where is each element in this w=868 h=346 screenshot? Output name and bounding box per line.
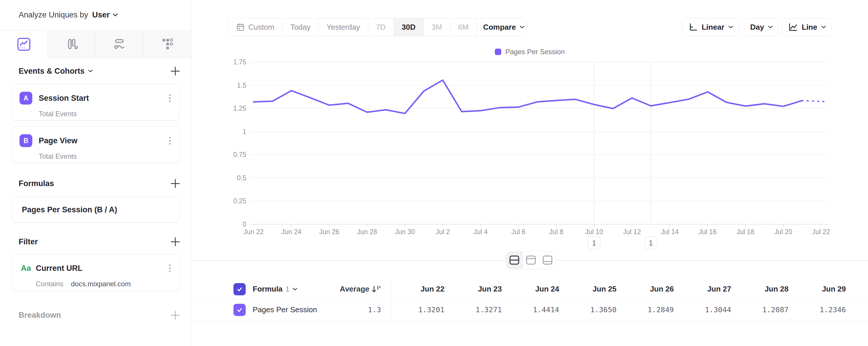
filter-section-header: Filter — [19, 236, 181, 247]
date-cell-value: 1.2087 — [735, 306, 793, 314]
filter-operator[interactable]: Contains — [36, 280, 63, 288]
formula-card[interactable]: Pages Per Session (B / A) — [12, 197, 180, 223]
breakdown-section-title: Breakdown — [19, 311, 61, 320]
date-column-header: Jun 29 — [793, 285, 850, 294]
x-axis-label: Jul 4 — [473, 228, 488, 236]
legend-label: Pages Per Session — [505, 48, 565, 56]
event-badge-a: A — [20, 92, 32, 105]
range-button-today[interactable]: Today — [282, 18, 318, 36]
interval-dropdown[interactable]: Day — [744, 18, 779, 36]
x-axis-label: Jun 28 — [357, 228, 377, 236]
date-cell-value: 1.3650 — [563, 306, 621, 314]
compare-button[interactable]: Compare — [481, 18, 527, 36]
date-column-header: Jun 24 — [506, 285, 563, 294]
x-axis-label: Jun 22 — [243, 228, 264, 236]
x-axis-label: Jul 6 — [512, 228, 526, 236]
x-axis-label: Jul 18 — [737, 228, 754, 236]
range-button-3m[interactable]: 3M — [424, 18, 450, 36]
event-card-page-view[interactable]: B Page View Total Events — [12, 126, 180, 163]
chart-legend[interactable]: Pages Per Session — [495, 48, 565, 56]
x-axis-label: Jul 8 — [549, 228, 563, 236]
filter-card-current-url[interactable]: Aa Current URL Contains docs.mixpanel.co… — [12, 254, 180, 291]
legend-swatch — [495, 49, 501, 55]
sort-icon[interactable] — [371, 285, 381, 294]
line-chart[interactable]: 00.250.50.7511.251.51.7511Jun 22Jun 24Ju… — [230, 58, 836, 256]
line-chart-icon — [16, 37, 31, 52]
event-metric[interactable]: Total Events — [39, 152, 77, 161]
x-axis-label: Jul 10 — [585, 228, 603, 236]
date-column-header: Jun 28 — [735, 285, 793, 294]
formulas-section-title: Formulas — [19, 179, 54, 188]
range-button-yesterday[interactable]: Yesterday — [318, 18, 368, 36]
tab-retention[interactable] — [143, 31, 191, 58]
add-formula-button[interactable] — [170, 178, 181, 189]
retention-grid-icon — [159, 37, 175, 52]
date-column-header: Jun 27 — [678, 285, 735, 294]
add-event-button[interactable] — [170, 66, 181, 76]
range-button-7d[interactable]: 7D — [368, 18, 394, 36]
y-axis-label: 1.75 — [233, 58, 246, 66]
event-name: Page View — [39, 136, 78, 145]
annotation-markers: 11 — [588, 62, 657, 249]
formula-name: Pages Per Session (B / A) — [22, 205, 117, 214]
event-menu-button[interactable] — [168, 136, 172, 146]
layout-table-view-button[interactable] — [539, 251, 556, 269]
x-axis: Jun 22Jun 24Jun 26Jun 28Jun 30Jul 2Jul 4… — [243, 224, 830, 236]
y-axis-label: 0.5 — [237, 174, 246, 182]
layout-chart-view-button[interactable] — [523, 251, 539, 269]
check-icon — [236, 307, 243, 313]
y-gridlines: 00.250.50.7511.251.51.75 — [233, 58, 828, 228]
events-section-title[interactable]: Events & Cohorts — [19, 67, 93, 76]
date-cell-value: 1.3271 — [448, 306, 506, 314]
y-axis-label: 0.75 — [233, 151, 246, 158]
formula-group-dropdown[interactable]: Formula 1 — [253, 285, 297, 294]
string-type-icon: Aa — [20, 262, 32, 275]
filter-value[interactable]: docs.mixpanel.com — [71, 280, 131, 288]
date-cell-value: 1.4414 — [506, 306, 563, 314]
date-cell-value: 1.2346 — [793, 306, 850, 314]
table-header-row: Formula 1 Average Jun 22Jun 23Jun 24Jun … — [191, 279, 868, 299]
date-column-header: Jun 25 — [563, 285, 621, 294]
event-metric[interactable]: Total Events — [39, 110, 77, 118]
x-axis-label: Jul 20 — [774, 228, 792, 236]
check-icon — [236, 286, 243, 292]
chevron-down-icon — [520, 26, 525, 29]
tab-bars[interactable] — [48, 31, 95, 58]
analyze-header: Analyze Uniques by User — [0, 0, 191, 30]
filter-menu-button[interactable] — [168, 263, 172, 273]
y-axis-label: 1.5 — [237, 82, 246, 89]
table-row[interactable]: Pages Per Session 1.3 1.32011.32711.4414… — [191, 299, 868, 320]
range-button-6m[interactable]: 6M — [450, 18, 476, 36]
filter-property-name: Current URL — [36, 264, 83, 273]
layout-split-view-button[interactable] — [506, 251, 523, 269]
tab-insights[interactable] — [0, 31, 48, 58]
select-all-checkbox[interactable] — [234, 283, 246, 295]
chevron-down-icon — [113, 13, 118, 17]
event-menu-button[interactable] — [168, 93, 172, 104]
breakdown-table: Formula 1 Average Jun 22Jun 23Jun 24Jun … — [191, 279, 868, 320]
x-axis-label: Jul 16 — [699, 228, 716, 236]
tab-flows[interactable] — [95, 31, 143, 58]
series-name: Pages Per Session — [253, 305, 317, 314]
add-breakdown-button[interactable] — [170, 310, 181, 320]
filter-section-title: Filter — [19, 237, 38, 247]
axis-scale-dropdown[interactable]: Linear — [682, 18, 739, 36]
average-column-header: Average — [340, 285, 369, 294]
series-checkbox[interactable] — [234, 304, 246, 316]
chevron-down-icon — [88, 69, 93, 73]
layout-toggle — [506, 251, 556, 269]
chart-type-dropdown[interactable]: Line — [782, 18, 832, 36]
range-button-custom[interactable]: Custom — [228, 18, 282, 36]
date-cell-value: 1.3201 — [391, 306, 448, 314]
event-card-session-start[interactable]: A Session Start Total Events — [12, 84, 180, 121]
x-axis-label: Jun 26 — [319, 228, 339, 236]
add-filter-button[interactable] — [170, 236, 181, 247]
flows-icon — [112, 37, 127, 52]
y-axis-label: 0 — [243, 221, 246, 228]
chevron-down-icon — [728, 26, 733, 29]
formulas-section-header: Formulas — [19, 178, 181, 189]
analyze-by-dropdown[interactable]: User — [92, 10, 118, 20]
table-view-icon — [542, 255, 553, 265]
date-cell-value: 1.3044 — [678, 306, 735, 314]
range-button-30d[interactable]: 30D — [394, 18, 424, 36]
